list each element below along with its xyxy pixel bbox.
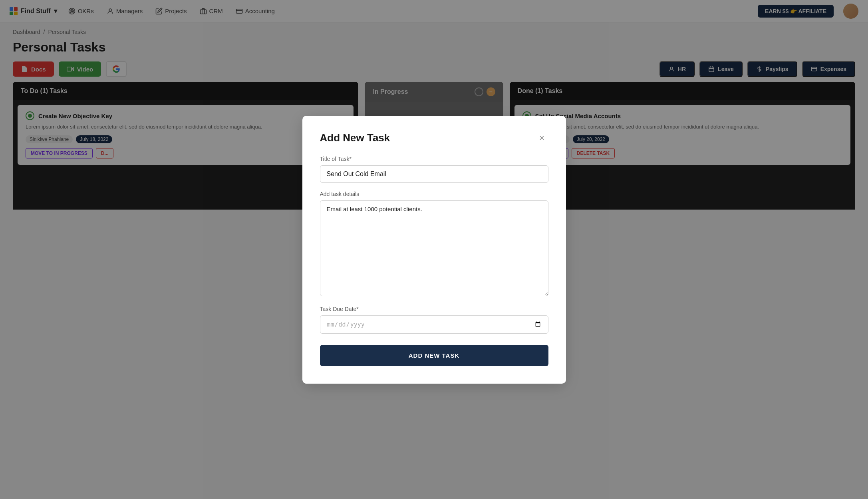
add-task-modal: Add New Task × Title of Task* Add task d… [302, 116, 566, 384]
task-title-label: Title of Task* [320, 156, 548, 162]
submit-btn-label: ADD NEW TASK [409, 352, 460, 359]
modal-close-button[interactable]: × [536, 132, 548, 145]
task-due-date-label: Task Due Date* [320, 306, 548, 312]
add-new-task-button[interactable]: ADD NEW TASK [320, 345, 548, 366]
modal-overlay[interactable]: Add New Task × Title of Task* Add task d… [0, 0, 868, 499]
task-details-textarea[interactable]: Email at least 1000 potential clients. [320, 200, 548, 296]
task-due-date-input[interactable] [320, 315, 548, 334]
modal-title: Add New Task [320, 132, 390, 144]
task-title-input[interactable] [320, 165, 548, 183]
modal-header: Add New Task × [320, 132, 548, 145]
task-details-label: Add task details [320, 191, 548, 197]
close-icon: × [539, 133, 544, 143]
